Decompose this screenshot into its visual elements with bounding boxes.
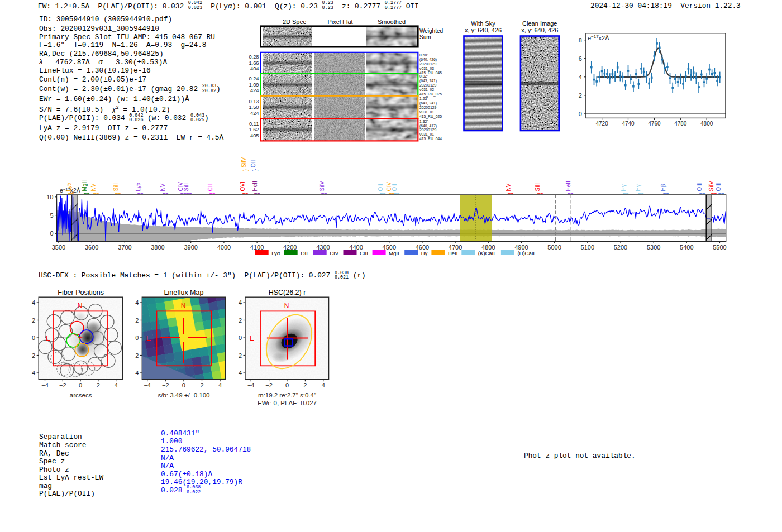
svg-text:1.66: 1.66 [249,60,259,66]
svg-text:Weighted: Weighted [419,28,443,34]
svg-text:CIV: CIV [330,250,339,256]
svg-text:{: { [180,193,187,195]
svg-text:4: 4 [218,382,222,389]
svg-text:4300: 4300 [316,244,330,251]
svg-text:{: { [394,193,400,195]
svg-text:0: 0 [50,230,53,237]
svg-text:{: { [137,193,144,195]
svg-text:x, y: 640, 426: x, y: 640, 426 [465,27,502,33]
svg-text:{: { [252,169,259,171]
svg-text:Hγ: Hγ [621,184,627,191]
svg-text:{: { [243,169,249,171]
svg-text:424: 424 [250,111,259,116]
svg-text:8: 8 [579,37,582,44]
svg-text:N: N [78,302,83,310]
svg-text:OII: OII [392,184,398,191]
svg-text:0.28: 0.28 [249,54,259,60]
svg-text:{: { [537,193,543,195]
svg-text:SiIV: SiIV [241,157,247,167]
svg-text:0: 0 [239,334,242,341]
svg-text:20200129: 20200129 [419,62,436,66]
svg-text:0: 0 [135,334,139,341]
svg-text:OII: OII [250,160,256,167]
svg-text:{: { [623,193,629,195]
svg-text:4200: 4200 [283,244,297,251]
svg-text:3600: 3600 [85,244,98,251]
svg-text:2: 2 [239,317,242,324]
svg-text:{: { [568,193,574,195]
svg-text:1.23": 1.23" [419,97,428,100]
svg-text:Pixel Flat: Pixel Flat [327,18,352,25]
svg-text:Fiber Positions: Fiber Positions [58,289,104,296]
svg-text:HeII: HeII [448,250,457,256]
svg-text:415_RU_044: 415_RU_044 [419,137,442,141]
svg-text:N: N [181,302,186,310]
svg-text:3500: 3500 [52,244,65,251]
svg-text:404: 404 [250,66,259,71]
svg-text:{: { [711,193,717,195]
svg-text:20200129: 20200129 [419,83,436,87]
svg-text:OII: OII [378,184,384,191]
svg-text:−4: −4 [41,382,49,389]
svg-text:2: 2 [32,317,35,324]
svg-text:4: 4 [239,299,242,306]
svg-text:1.50: 1.50 [249,104,259,110]
svg-text:−2: −2 [28,352,36,359]
svg-text:4800: 4800 [700,121,713,127]
svg-text:6: 6 [579,55,582,62]
svg-text:Lyα: Lyα [66,182,72,191]
svg-text:E: E [250,334,254,342]
svg-text:5: 5 [50,212,53,219]
svg-text:OII: OII [301,250,308,256]
svg-text:4000: 4000 [217,244,231,251]
svg-text:E: E [146,334,151,342]
svg-text:−4: −4 [144,382,151,389]
svg-text:−4: −4 [247,382,255,389]
svg-text:0: 0 [579,111,582,117]
svg-text:arcsecs: arcsecs [70,392,92,399]
svg-text:Hγ: Hγ [421,250,428,256]
svg-text:{: { [254,193,260,195]
svg-text:Hγ: Hγ [635,184,641,191]
svg-text:With Sky: With Sky [471,20,495,27]
svg-text:0: 0 [285,382,289,389]
svg-text:−4: −4 [132,370,139,376]
svg-text:{: { [699,193,705,195]
svg-text:SiII: SiII [183,183,189,191]
svg-text:4720: 4720 [595,121,608,127]
svg-text:v031_01: v031_01 [419,110,434,114]
svg-text:Lyα: Lyα [135,182,141,191]
svg-text:2: 2 [579,92,582,99]
svg-text:NV: NV [90,183,97,191]
svg-text:−4: −4 [235,370,242,376]
svg-text:v031_03: v031_03 [419,66,434,71]
svg-text:0.13: 0.13 [249,99,259,104]
svg-text:x, y: 640, 426: x, y: 640, 426 [521,27,558,33]
svg-text:4: 4 [115,382,118,389]
svg-text:e−17x2Å: e−17x2Å [588,34,609,41]
svg-text:(640, 417): (640, 417) [419,124,437,128]
svg-text:{: { [163,193,169,195]
svg-text:20200129: 20200129 [419,106,436,109]
svg-text:−2: −2 [162,382,169,389]
svg-text:{: { [115,193,121,195]
svg-text:{: { [321,193,327,195]
svg-text:−2: −2 [265,382,273,389]
svg-text:{: { [638,193,644,195]
svg-text:NV: NV [160,183,166,191]
svg-text:415_RU_025: 415_RU_025 [419,114,442,119]
svg-text:{: { [68,193,74,195]
svg-text:v031_01: v031_01 [419,132,434,137]
svg-text:E: E [46,334,50,342]
svg-text:−2: −2 [59,382,66,389]
svg-text:(640, 426): (640, 426) [419,57,437,62]
svg-text:4: 4 [32,299,35,306]
svg-text:5300: 5300 [647,244,660,251]
svg-text:4: 4 [135,299,139,306]
svg-text:4100: 4100 [250,244,264,251]
svg-text:5400: 5400 [680,244,693,251]
svg-text:Lineflux Map: Lineflux Map [164,289,204,296]
svg-text:2: 2 [97,382,100,389]
svg-text:0.24: 0.24 [249,76,259,82]
svg-text:4: 4 [322,382,325,389]
